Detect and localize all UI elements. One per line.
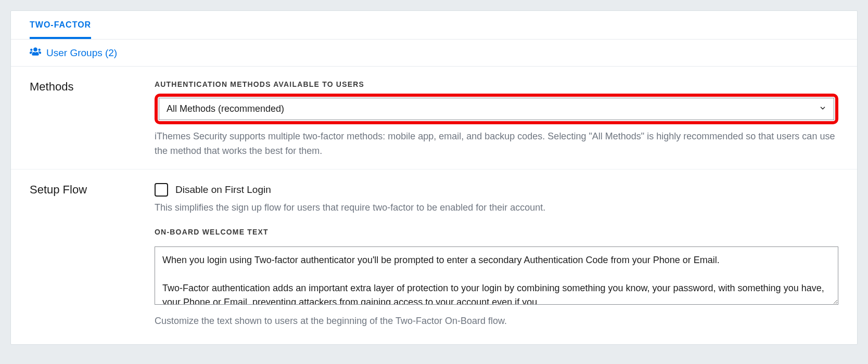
disable-first-login-checkbox[interactable] [155, 183, 168, 197]
onboard-welcome-textarea[interactable] [155, 246, 838, 305]
setup-flow-section: Setup Flow Disable on First Login This s… [11, 170, 857, 344]
tab-bar: TWO-FACTOR [11, 11, 857, 39]
onboard-text-label: ON-BOARD WELCOME TEXT [155, 228, 838, 236]
methods-section: Methods AUTHENTICATION METHODS AVAILABLE… [11, 67, 857, 170]
auth-methods-select[interactable]: All Methods (recommended) [159, 98, 834, 120]
auth-methods-label: AUTHENTICATION METHODS AVAILABLE TO USER… [155, 80, 838, 88]
chevron-down-icon [819, 105, 826, 113]
tab-two-factor[interactable]: TWO-FACTOR [30, 20, 91, 39]
highlight-box: All Methods (recommended) [155, 94, 838, 124]
auth-methods-help: iThemes Security supports multiple two-f… [155, 129, 838, 159]
setup-flow-section-title: Setup Flow [30, 183, 155, 329]
user-groups-label: User Groups (2) [46, 47, 117, 59]
settings-panel: TWO-FACTOR User Groups (2) Methods AUTHE… [10, 10, 858, 345]
disable-first-login-help: This simplifies the sign up flow for use… [155, 201, 838, 215]
user-groups-link[interactable]: User Groups (2) [30, 47, 117, 59]
onboard-text-help: Customize the text shown to users at the… [155, 314, 838, 329]
users-icon [30, 47, 41, 59]
disable-first-login-label: Disable on First Login [175, 184, 271, 196]
methods-section-title: Methods [30, 80, 155, 159]
auth-methods-selected-value: All Methods (recommended) [167, 103, 284, 114]
user-groups-row: User Groups (2) [11, 39, 857, 67]
